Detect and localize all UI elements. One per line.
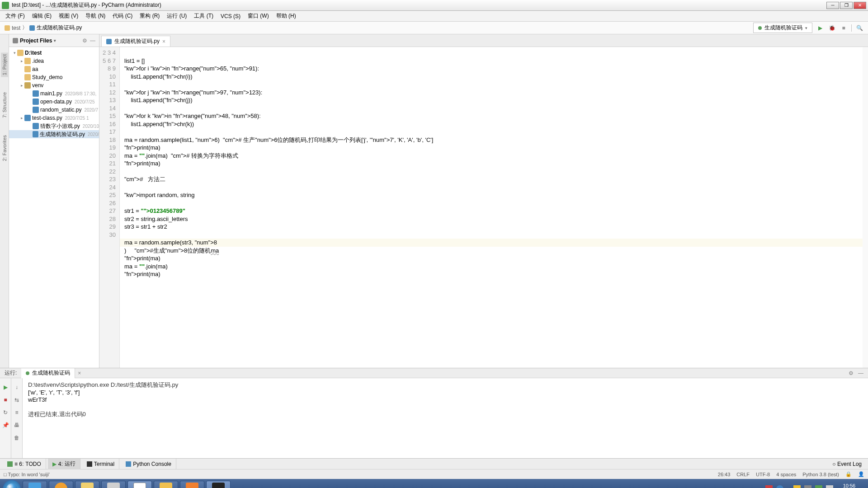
run-tab[interactable]: ▶4: 运行 <box>48 459 80 469</box>
project-panel-title[interactable]: Project Files <box>20 38 52 44</box>
breadcrumb-file[interactable]: 生成随机验证码.py <box>37 24 82 32</box>
tree-item[interactable]: ▸test-class.py2020/7/25 1 <box>9 114 99 122</box>
tray-volume-icon[interactable] <box>804 485 811 488</box>
readonly-lock-icon[interactable]: 🔒 <box>845 471 852 477</box>
run-label: 运行: <box>0 369 21 377</box>
caret-position[interactable]: 26:43 <box>718 472 731 477</box>
menu-help[interactable]: 帮助 (H) <box>274 11 299 21</box>
taskbar-window[interactable] <box>127 481 152 488</box>
file-encoding[interactable]: UTF-8 <box>756 472 770 477</box>
status-message: □ Typo: In word 'suiji' <box>4 472 50 477</box>
menu-run[interactable]: 运行 (U) <box>164 11 189 21</box>
hide-panel-button[interactable]: — <box>90 38 95 44</box>
tray-icon[interactable] <box>793 485 801 488</box>
chevron-down-icon: ▾ <box>805 26 807 30</box>
run-tool-column2: ↓ ⇆ ≡ 🖶 🗑 <box>11 378 23 458</box>
run-config-tab[interactable]: 生成随机验证码 <box>21 368 75 378</box>
project-panel: Project Files ⚙ — ▾D:\test ▸.idea aa Stu… <box>9 34 99 368</box>
line-separator[interactable]: CRLF <box>736 472 750 477</box>
tray-battery-icon[interactable] <box>815 485 822 488</box>
navigation-bar: test 〉 生成随机验证码.py 生成随机验证码 ▾ ▶ 🐞 ■ 🔍 <box>0 22 868 34</box>
menu-view[interactable]: 视图 (V) <box>56 11 81 21</box>
taskbar-calculator[interactable] <box>101 481 126 488</box>
wrap-button[interactable]: ⇆ <box>12 395 21 404</box>
run-configuration-selector[interactable]: 生成随机验证码 ▾ <box>753 23 812 33</box>
run-panel: 运行: 生成随机验证码 × ⚙ — ▶ ■ ↻ 📌 ↓ ⇆ ≡ 🖶 🗑 D:\t… <box>0 368 868 458</box>
project-tool-tab[interactable]: 1: Project <box>1 52 8 77</box>
project-tree[interactable]: ▾D:\test ▸.idea aa Study_demo ▸venv main… <box>9 47 99 368</box>
hide-panel-button[interactable]: — <box>858 370 863 376</box>
restart-button[interactable]: ↻ <box>1 408 10 417</box>
tree-item[interactable]: Study_demo <box>9 73 99 81</box>
tree-item[interactable]: open-data.py2020/7/25 <box>9 98 99 106</box>
tree-item[interactable]: aa <box>9 65 99 73</box>
tree-item[interactable]: main1.py2020/8/8 17:30, <box>9 89 99 98</box>
indent-info[interactable]: 4 spaces <box>776 472 796 477</box>
clear-button[interactable]: 🗑 <box>12 433 21 442</box>
bottom-tool-bar: ≡ 6: TODO ▶4: 运行 Terminal Python Console… <box>0 458 868 469</box>
gear-icon[interactable]: ⚙ <box>82 38 87 44</box>
python-console-tab[interactable]: Python Console <box>121 459 176 469</box>
tray-expand-icon[interactable]: ▴ <box>787 486 790 488</box>
menu-edit[interactable]: 编辑 (E) <box>29 11 54 21</box>
tray-clock[interactable]: 10:562020/10/19 <box>837 483 862 488</box>
print-button[interactable]: 🖶 <box>12 421 21 430</box>
stop-button[interactable]: ■ <box>840 24 848 32</box>
menu-tools[interactable]: 工具 (T) <box>191 11 216 21</box>
terminal-tab[interactable]: Terminal <box>82 459 119 469</box>
rerun-button[interactable]: ▶ <box>1 383 10 392</box>
python-interpreter[interactable]: Python 3.8 (test) <box>802 472 839 477</box>
favorites-tool-tab[interactable]: 2: Favorites <box>1 133 8 163</box>
taskbar-pycharm[interactable] <box>206 481 231 488</box>
menu-vcs[interactable]: VCS (S) <box>218 12 243 20</box>
tree-item[interactable]: ▸venv <box>9 81 99 89</box>
stop-button[interactable]: ■ <box>1 395 10 404</box>
code-area[interactable]: 2 3 4 5 6 7 8 9 10 11 12 13 14 15 16 17 … <box>99 47 868 368</box>
python-file-icon <box>29 25 35 31</box>
search-everywhere-button[interactable]: 🔍 <box>855 24 863 32</box>
tree-item-selected[interactable]: 生成随机验证码.py2020/ <box>9 130 99 138</box>
event-log-button[interactable]: ○ Event Log <box>832 461 862 467</box>
start-button[interactable] <box>3 480 21 488</box>
run-config-name: 生成随机验证码 <box>764 24 802 32</box>
system-tray[interactable]: ▴ 10:562020/10/19 <box>765 483 865 488</box>
code-body[interactable]: list1 = [] "kw">for i "kw">in "fn">range… <box>120 47 868 368</box>
menu-navigate[interactable]: 导航 (N) <box>83 11 108 21</box>
close-tab-icon[interactable]: × <box>162 38 165 45</box>
gear-icon[interactable]: ⚙ <box>849 370 854 376</box>
taskbar-explorer[interactable] <box>75 481 99 488</box>
left-tool-gutter: 1: Project 7: Structure 2: Favorites <box>0 34 9 368</box>
taskbar-photos[interactable] <box>180 481 204 488</box>
tray-lang-icon[interactable] <box>826 485 833 488</box>
run-button[interactable]: ▶ <box>816 24 824 32</box>
menu-code[interactable]: 代码 (C) <box>110 11 135 21</box>
minimize-button[interactable]: ─ <box>826 2 839 9</box>
scroll-button[interactable]: ↓ <box>12 383 21 392</box>
breadcrumb-folder[interactable]: test <box>12 25 20 31</box>
menu-file[interactable]: 文件 (F) <box>3 11 28 21</box>
debug-button[interactable]: 🐞 <box>828 24 836 32</box>
tree-item[interactable]: 猜数字小游戏.py2020/10 <box>9 122 99 130</box>
taskbar-mediaplayer[interactable] <box>49 481 73 488</box>
inspection-icon[interactable]: 👤 <box>858 471 864 477</box>
pin-button[interactable]: 📌 <box>1 421 10 430</box>
close-run-tab[interactable]: × <box>75 370 84 376</box>
tray-icon[interactable] <box>776 485 783 488</box>
maximize-button[interactable]: ❐ <box>840 2 853 9</box>
tree-root[interactable]: ▾D:\test <box>9 49 99 57</box>
menu-refactor[interactable]: 重构 (R) <box>137 11 162 21</box>
close-button[interactable]: ✕ <box>854 2 866 9</box>
tree-item[interactable]: ▸.idea <box>9 57 99 65</box>
softwrap-button[interactable]: ≡ <box>12 408 21 417</box>
structure-tool-tab[interactable]: 7: Structure <box>1 90 8 120</box>
run-output[interactable]: D:\test\venv\Scripts\python.exe D:/test/… <box>23 378 868 458</box>
menu-window[interactable]: 窗口 (W) <box>245 11 272 21</box>
taskbar-mail[interactable] <box>154 481 178 488</box>
taskbar-ie[interactable] <box>23 481 47 488</box>
tree-item[interactable]: random_static.py2020/7 <box>9 106 99 114</box>
todo-tab[interactable]: ≡ 6: TODO <box>3 459 46 469</box>
editor-tab[interactable]: 生成随机验证码.py × <box>101 36 170 47</box>
breadcrumb[interactable]: test 〉 生成随机验证码.py <box>5 24 82 32</box>
separator <box>851 24 852 32</box>
tray-icon[interactable] <box>765 485 773 488</box>
